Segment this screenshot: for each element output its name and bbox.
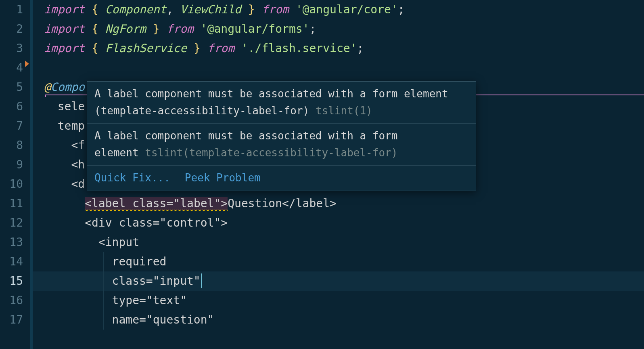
line-number: 6 xyxy=(0,97,23,116)
line-number: 11 xyxy=(0,194,23,213)
line-number: 8 xyxy=(0,136,23,155)
lint-message-text: A label component must be associated wit… xyxy=(94,130,397,142)
html-tag: </label> xyxy=(282,197,337,210)
code-line[interactable]: <input xyxy=(33,233,644,252)
tslint-tag: tslint(template-accessibility-label-for) xyxy=(145,147,397,159)
html-attr: class="input" xyxy=(112,274,201,288)
line-number: 15 xyxy=(0,271,23,291)
brace: { xyxy=(92,3,98,16)
code-line[interactable]: import { Component, ViewChild } from '@a… xyxy=(33,0,644,19)
html-tag: <input xyxy=(98,235,139,249)
line-number: 10 xyxy=(0,174,23,194)
lint-message-text: A label component must be associated wit… xyxy=(94,88,448,100)
decorator-at: @ xyxy=(44,80,51,94)
semicolon: ; xyxy=(309,22,316,36)
brace: { xyxy=(92,22,98,36)
code-line-current[interactable]: class="input" xyxy=(33,271,644,291)
lint-rule-text: (template-accessibility-label-for) xyxy=(94,105,309,117)
partial-text: sele xyxy=(58,100,85,113)
html-tag: <div class="control"> xyxy=(85,216,228,229)
html-tag: <label class="label"> xyxy=(85,197,228,210)
keyword: from xyxy=(166,22,193,36)
indent-guide xyxy=(103,252,104,271)
quick-fix-action[interactable]: Quick Fix... xyxy=(94,170,170,187)
keyword: import xyxy=(44,22,85,36)
peek-problem-action[interactable]: Peek Problem xyxy=(185,170,261,187)
line-number: 5 xyxy=(0,78,23,97)
lint-warning-span[interactable]: <label class="label"> xyxy=(85,197,228,210)
brace: } xyxy=(153,22,160,36)
semicolon: ; xyxy=(357,42,364,55)
partial-text: <d xyxy=(71,177,85,191)
keyword: import xyxy=(44,3,85,16)
tslint-tag: tslint(1) xyxy=(316,105,372,117)
brace: } xyxy=(194,42,201,55)
line-number: 13 xyxy=(0,233,23,252)
lint-message-text: element xyxy=(94,147,139,159)
indent-guide xyxy=(103,291,104,310)
code-line[interactable] xyxy=(33,58,644,78)
html-attr: type="text" xyxy=(112,294,187,307)
keyword: from xyxy=(261,3,289,16)
warning-wave-icon xyxy=(85,210,228,211)
type: ViewChild xyxy=(180,3,241,16)
partial-text: temp xyxy=(58,119,85,132)
brace: } xyxy=(248,3,255,16)
line-number: 9 xyxy=(0,155,23,174)
brace: { xyxy=(92,42,98,55)
code-line[interactable]: import { FlashService } from './flash.se… xyxy=(33,39,644,58)
indent-guide xyxy=(103,310,104,330)
line-number: 3 xyxy=(0,39,23,58)
line-number: 12 xyxy=(0,213,23,233)
string: '@angular/core' xyxy=(296,3,398,16)
code-line[interactable]: <div class="control"> xyxy=(33,213,644,233)
tooltip-message: A label component must be associated wit… xyxy=(87,82,476,124)
code-line[interactable]: type="text" xyxy=(33,291,644,310)
html-text: Question xyxy=(228,197,282,210)
type: NgForm xyxy=(105,22,146,36)
string: './flash.service' xyxy=(241,42,357,55)
fold-indicator-icon[interactable] xyxy=(25,61,29,67)
tooltip-message: A label component must be associated wit… xyxy=(87,124,476,166)
html-attr: name="question" xyxy=(112,313,214,326)
indent-guide xyxy=(103,271,104,291)
html-attr: required xyxy=(112,255,167,268)
string: '@angular/forms' xyxy=(201,22,309,36)
text-cursor xyxy=(201,273,202,288)
semicolon: ; xyxy=(398,3,405,16)
line-number: 4 xyxy=(0,58,23,78)
line-number: 14 xyxy=(0,252,23,271)
line-number: 1 xyxy=(0,0,23,19)
line-number: 17 xyxy=(0,310,23,330)
lint-hover-tooltip[interactable]: A label component must be associated wit… xyxy=(87,81,476,191)
partial-text: <h xyxy=(71,158,85,171)
line-number: 16 xyxy=(0,291,23,310)
keyword: from xyxy=(207,42,234,55)
partial-text: <f xyxy=(71,139,85,152)
code-line[interactable]: required xyxy=(33,252,644,271)
code-line[interactable]: import { NgForm } from '@angular/forms'; xyxy=(33,19,644,39)
type: Component xyxy=(105,3,167,16)
code-line[interactable]: <label class="label">Question</label> xyxy=(33,194,644,213)
comma: , xyxy=(166,3,173,16)
line-number: 2 xyxy=(0,19,23,39)
code-line[interactable]: name="question" xyxy=(33,310,644,330)
line-number: 7 xyxy=(0,116,23,136)
decorator-name: Compo xyxy=(51,80,85,94)
keyword: import xyxy=(44,42,85,55)
tooltip-actions: Quick Fix... Peek Problem xyxy=(87,166,476,191)
type: FlashService xyxy=(105,42,187,55)
line-number-gutter: 1 2 3 4 5 6 7 8 9 10 11 12 13 14 15 16 1… xyxy=(0,0,30,349)
